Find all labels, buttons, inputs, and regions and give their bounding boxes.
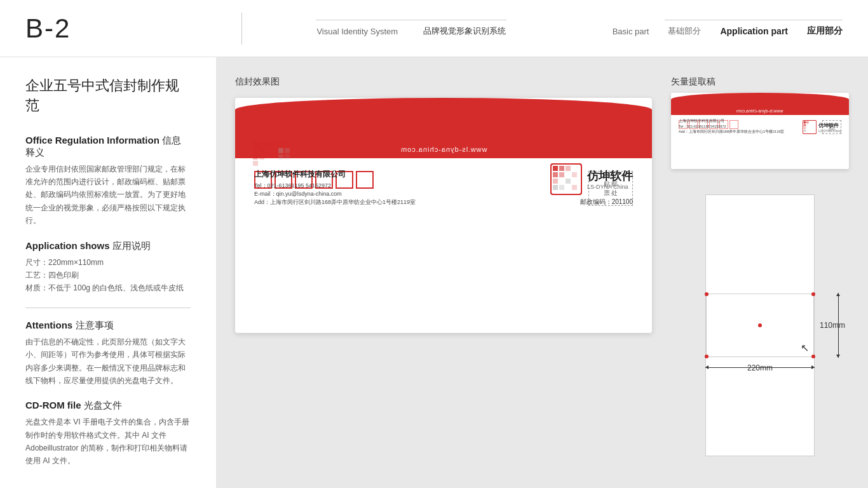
svg-rect-23 bbox=[559, 185, 564, 190]
envelope-wrapper: www.ls-dyna-china.com bbox=[235, 98, 652, 333]
svg-rect-11 bbox=[285, 148, 290, 153]
header-right-nav: Basic part 基础部分 Application part 应用部分 bbox=[613, 25, 843, 37]
dim-rect: 220mm 110mm bbox=[706, 294, 814, 357]
section2-title-cn: 应用说明 bbox=[112, 240, 151, 251]
header-nav: Visual Identity System 品牌视觉形象识别系统 bbox=[316, 25, 506, 37]
vector-label: 矢量提取稿 bbox=[671, 76, 849, 88]
logo-en: LS-DYNA China bbox=[587, 184, 633, 190]
svg-rect-1 bbox=[259, 142, 264, 147]
company-tel: Tel：021-61361195 54152972 bbox=[254, 182, 416, 190]
svg-rect-32 bbox=[804, 127, 806, 130]
section2-body: 尺寸：220mm×110mm 工艺：四色印刷 材质：不低于 100g 的白色纸、… bbox=[25, 256, 191, 295]
dim-width-label: 220mm bbox=[747, 363, 773, 372]
svg-rect-17 bbox=[559, 166, 564, 171]
right-panel: 信封效果图 www.ls-dyna-china.com bbox=[216, 57, 868, 488]
envelope-url: www.ls-dyna-china.com bbox=[400, 146, 487, 153]
dim-dot-br bbox=[811, 355, 815, 358]
company-name: 上海仿坤软件科技有限公司 bbox=[254, 169, 416, 180]
header-right-line bbox=[665, 20, 843, 20]
section-application: Application shows 应用说明 尺寸：220mm×110mm 工艺… bbox=[25, 240, 191, 295]
svg-rect-20 bbox=[559, 172, 564, 177]
preview-section: 矢量提取稿 www.ls-dyna-china.com bbox=[671, 76, 849, 469]
page-id: B-2 bbox=[25, 13, 71, 43]
small-logo-icon bbox=[803, 120, 817, 134]
svg-rect-31 bbox=[804, 124, 806, 126]
vector-section: 矢量提取稿 www.ls-dyna-china.com bbox=[671, 76, 849, 169]
header: B-2 Visual Identity System 品牌视觉形象识别系统 Ba… bbox=[0, 0, 868, 57]
nav-basic-en: Basic part bbox=[613, 27, 649, 36]
section3-title-en: Attentions bbox=[25, 320, 72, 330]
nav-application-cn: 应用部分 bbox=[807, 25, 843, 37]
svg-rect-6 bbox=[266, 148, 271, 153]
page-title: 企业五号中式信封制作规范 bbox=[25, 76, 191, 116]
company-info: 上海仿坤软件科技有限公司 Tel：021-61361195 54152972 E… bbox=[254, 169, 416, 207]
small-env-body: 贴邮票处 上海仿坤软件科技有限公司 Tel：021-61361195 54152… bbox=[671, 115, 849, 137]
svg-rect-10 bbox=[278, 148, 283, 153]
dimension-section: 220mm 110mm ↖ bbox=[671, 182, 849, 469]
small-env-logo: 仿坤软件 LS-DYNA China bbox=[803, 120, 841, 134]
dim-height-label: 110mm bbox=[820, 321, 845, 330]
logo-text: 仿坤软件 LS-DYNA China bbox=[587, 168, 633, 190]
svg-rect-19 bbox=[553, 172, 558, 177]
logo-icon bbox=[550, 163, 582, 195]
svg-rect-26 bbox=[572, 185, 577, 190]
svg-rect-18 bbox=[566, 166, 571, 171]
header-right: Basic part 基础部分 Application part 应用部分 bbox=[555, 20, 843, 37]
main-content: 企业五号中式信封制作规范 Office Regulation Informati… bbox=[0, 57, 868, 488]
small-logo-text-area: 仿坤软件 LS-DYNA China bbox=[818, 122, 841, 133]
svg-rect-29 bbox=[804, 121, 806, 124]
small-env-url: www.ls-dyna-china.com bbox=[736, 109, 783, 113]
section-office-info: Office Regulation Information 信息释义 企业专用信… bbox=[25, 135, 191, 227]
small-envelope-preview: www.ls-dyna-china.com 贴邮票处 bbox=[671, 93, 849, 169]
cursor-icon: ↖ bbox=[801, 342, 809, 354]
postal-code-label: 邮政编码：201100 bbox=[580, 198, 633, 207]
svg-rect-5 bbox=[259, 148, 264, 153]
svg-rect-16 bbox=[553, 166, 558, 171]
section2-title-en: Application shows bbox=[25, 240, 110, 251]
section3-title-cn: 注意事项 bbox=[76, 320, 114, 330]
section2-line3: 材质：不低于 100g 的白色纸、浅色纸或牛皮纸 bbox=[25, 281, 191, 294]
small-company-text: 上海仿坤软件科技有限公司 Tel：021-61361195 54152972 A… bbox=[679, 118, 784, 134]
section2-line1: 尺寸：220mm×110mm bbox=[25, 256, 191, 269]
svg-rect-21 bbox=[553, 179, 558, 184]
nav-application-en: Application part bbox=[720, 26, 788, 36]
svg-rect-12 bbox=[278, 154, 283, 159]
logo-area: 仿坤软件 LS-DYNA China bbox=[550, 163, 633, 195]
section2-line2: 工艺：四色印刷 bbox=[25, 269, 191, 281]
nav-basic-cn: 基础部分 bbox=[668, 25, 701, 37]
logo-postal: 仿坤软件 LS-DYNA China 邮政编码：201100 bbox=[550, 163, 633, 207]
svg-rect-0 bbox=[253, 142, 258, 147]
section4-title-cn: 光盘文件 bbox=[84, 400, 122, 410]
dim-dot-tr bbox=[811, 292, 815, 296]
dim-dot-bl bbox=[705, 355, 709, 358]
company-email: E-mail：qin.yu@lsdyna-china.com bbox=[254, 190, 416, 198]
envelope-label: 信封效果图 bbox=[235, 76, 652, 88]
svg-rect-4 bbox=[253, 148, 258, 153]
svg-rect-7 bbox=[253, 154, 258, 159]
section1-body: 企业专用信封依照国家邮政管理部门规定，在标准允许的范围内进行设计，邮政编码框、贴… bbox=[25, 163, 191, 227]
section-attentions: Attentions 注意事项 由于信息的不确定性，此页部分规范（如文字大小、间… bbox=[25, 320, 191, 388]
svg-rect-3 bbox=[272, 142, 277, 147]
small-env-top: www.ls-dyna-china.com bbox=[671, 93, 849, 115]
dim-center-dot bbox=[758, 323, 762, 327]
svg-rect-25 bbox=[572, 172, 577, 177]
svg-rect-8 bbox=[259, 154, 264, 159]
dim-rect-wrapper: 220mm 110mm ↖ bbox=[706, 294, 814, 357]
small-logo-cn: 仿坤软件 bbox=[818, 122, 841, 129]
header-divider bbox=[241, 13, 242, 44]
svg-rect-24 bbox=[566, 179, 571, 184]
left-panel: 企业五号中式信封制作规范 Office Regulation Informati… bbox=[0, 57, 216, 488]
header-top-line bbox=[316, 20, 506, 20]
section3-body: 由于信息的不确定性，此页部分规范（如文字大小、间距等）可作为参考使用，具体可根据… bbox=[25, 336, 191, 388]
nav-vis-identity-cn: 品牌视觉形象识别系统 bbox=[423, 25, 506, 37]
header-left: B-2 bbox=[25, 13, 241, 44]
svg-rect-2 bbox=[266, 142, 271, 147]
svg-rect-22 bbox=[553, 185, 558, 190]
svg-rect-30 bbox=[806, 121, 809, 124]
dimension-diagram: 220mm 110mm ↖ bbox=[705, 194, 815, 456]
company-address: Add：上海市闵行区剑川路168弄中原华纺企业中心1号楼2119室 bbox=[254, 198, 416, 207]
small-logo-en: LS-DYNA China bbox=[818, 129, 841, 133]
section-cdrom: CD-ROM file 光盘文件 光盘文件是本 VI 手册电子文件的集合，内含手… bbox=[25, 400, 191, 468]
logo-cn: 仿坤软件 bbox=[587, 168, 633, 184]
section4-title-en: CD-ROM file bbox=[25, 400, 81, 410]
